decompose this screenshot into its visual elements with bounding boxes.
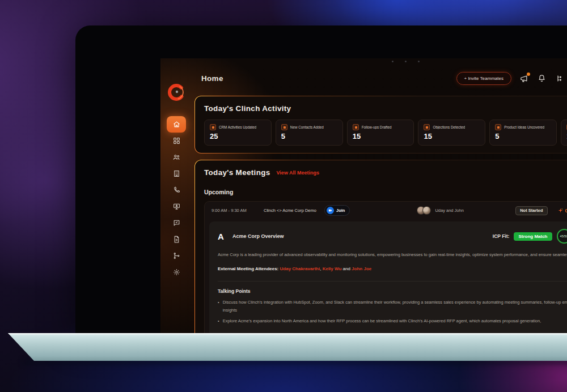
card-competitors[interactable]: Competitors Detected 10 [561,120,567,146]
home-icon [173,121,180,128]
crm-activities-icon [210,124,216,130]
bell-icon [538,74,546,83]
upcoming-label: Upcoming [204,189,567,195]
company-description: Acme Corp is a leading provider of advan… [218,251,567,259]
sidebar-item-meetings[interactable] [167,198,186,215]
meetings-title: Today's Meetings [204,168,270,177]
phone-icon [173,186,180,194]
invite-teammates-button[interactable]: + Invite Teammates [456,72,511,85]
sidebar-item-conversations[interactable] [167,215,186,231]
sidebar-item-companies[interactable] [167,165,186,182]
divider [218,281,567,282]
page-title: Home [201,74,223,83]
activity-title: Today's Clinch Activity [204,104,567,113]
topbar-actions: + Invite Teammates [456,72,567,85]
card-crm-activities[interactable]: CRM Activities Updated 25 [204,120,272,146]
attendee-link[interactable]: Uday Chakravarthi [280,266,320,271]
sidebar-item-contacts[interactable] [167,149,186,165]
topbar: Home + Invite Teammates [193,71,567,86]
meeting-name: Clinch <> Acme Corp Demo [264,208,316,213]
avatar [422,206,431,215]
announcements-button[interactable] [520,74,529,83]
company-logo: A [218,232,228,241]
external-attendees: External Meeting Attendees: Uday Chakrav… [218,266,567,271]
notifications-button[interactable] [538,74,547,83]
connections-icon [555,74,564,83]
card-value: 5 [495,132,551,140]
product-ideas-icon [495,124,501,130]
sidebar-item-calls[interactable] [167,182,186,198]
gear-icon [173,269,180,276]
desktop-background: Home + Invite Teammates [0,0,567,392]
sidebar-item-home[interactable] [167,116,186,133]
sidebar-item-dashboard[interactable] [167,133,186,149]
building-icon [173,170,180,177]
camera-dots [392,61,420,62]
clinch-logo-icon [165,81,188,104]
card-value: 15 [353,132,409,140]
talking-points-list: •Discuss how Clinch's integration with H… [218,299,567,325]
detail-title: Acme Corp Overview [232,233,284,239]
sparkle-icon [558,208,563,213]
talking-point: •Explore Acme's expansion into North Ame… [218,317,567,325]
sidebar-item-documents[interactable] [167,231,186,248]
meeting-time: 9:00 AM - 9:30 AM [211,208,264,213]
card-followups[interactable]: Follow-ups Drafted 15 [347,120,414,146]
view-all-meetings-link[interactable]: View All Meetings [277,170,320,176]
new-contacts-icon [281,124,287,130]
sidebar [160,58,192,343]
activity-panel: Today's Clinch Activity CRM Activities U… [194,96,567,154]
attendee-link[interactable]: John Joe [352,266,371,271]
meeting-detail-card: A Acme Corp Overview ICP Fit: Strong Mat… [209,221,567,336]
laptop-screen: Home + Invite Teammates [75,25,567,333]
card-product-ideas[interactable]: Product Ideas Uncovered 5 [489,120,557,146]
card-objections[interactable]: Objections Detected 15 [418,120,485,146]
activity-cards: CRM Activities Updated 25 New Contacts A… [204,120,567,146]
card-value: 5 [281,132,337,140]
sidebar-item-settings[interactable] [167,264,186,280]
icp-score-ring: 45/50 [557,229,567,244]
clinch-app-window: Home + Invite Teammates [160,58,567,343]
notification-dot [527,73,530,76]
monitor-person-icon [173,203,180,210]
card-new-contacts[interactable]: New Contacts Added 5 [276,120,343,146]
meeting-row[interactable]: 9:00 AM - 9:30 AM Clinch <> Acme Corp De… [205,202,567,219]
followups-icon [353,124,359,130]
meetings-panel: Today's Meetings View All Meetings Upcom… [194,160,567,343]
laptop-base [0,333,567,361]
main-content: Home + Invite Teammates [192,58,567,343]
icp-fit-label: ICP Fit: [493,233,510,239]
status-badge: Not Started [515,206,547,215]
icp-fit-badge: Strong Match [514,232,552,241]
sidebar-nav [167,116,186,280]
call-prep-link[interactable]: Call Prep Available [558,208,567,214]
meeting-item: 9:00 AM - 9:30 AM Clinch <> Acme Corp De… [204,201,567,343]
join-meeting-button[interactable]: Join [324,205,350,216]
objections-icon [424,124,430,130]
talking-point: •Discuss how Clinch's integration with H… [218,299,567,314]
attendee-link[interactable]: Kelly Wu [323,266,342,271]
grid-icon [173,137,180,144]
video-camera-icon [327,207,334,214]
flow-branch-icon [173,252,180,259]
card-value: 25 [210,132,266,140]
attendee-avatars [417,206,431,215]
sidebar-item-integrations[interactable] [167,248,186,264]
users-icon [173,154,180,161]
workflow-button[interactable] [555,74,564,83]
document-icon [173,236,180,243]
chat-check-icon [173,219,180,227]
talking-points-label: Talking Points [218,288,567,294]
card-value: 15 [424,132,480,140]
attendees-short: Uday and John [435,208,463,213]
